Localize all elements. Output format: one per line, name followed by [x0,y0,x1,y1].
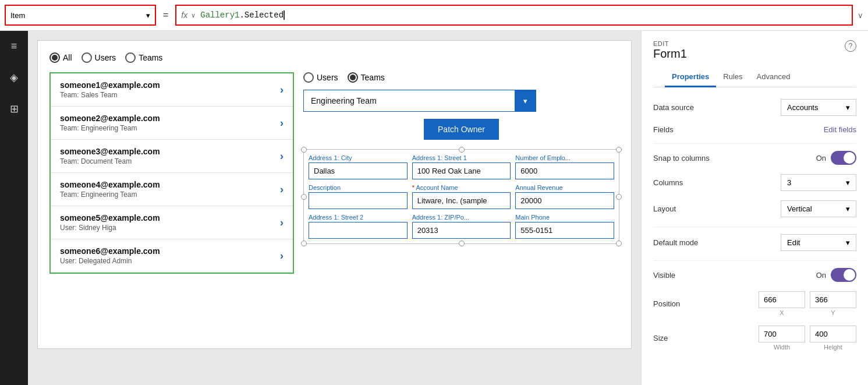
visible-on-label: On [816,271,826,280]
cursor [284,10,285,20]
default-mode-select[interactable]: Edit ▾ [781,234,856,251]
form-panel: Users Teams Engineering Team ▾ [303,72,619,274]
field-input-description[interactable] [309,192,408,209]
field-input-street1[interactable] [412,163,511,179]
gallery-item-sub-5: User: Sidney Higa [60,224,160,232]
formula-bar[interactable]: fx ∨ Gallery1.Selected [175,5,853,26]
tabs: Properties Rules Advanced [653,68,856,87]
data-source-chevron: ▾ [846,103,850,112]
canvas-white: All Users Teams someone1@example.c [37,40,632,349]
default-mode-value: Edit [787,238,800,247]
field-input-revenue[interactable] [515,192,614,209]
field-input-city[interactable] [309,163,408,179]
item-select[interactable]: Item ▾ [5,5,156,26]
fx-label: fx [181,10,187,20]
field-input-street2[interactable] [309,222,408,239]
gallery-item-sub-2: Team: Engineering Team [60,124,160,132]
inner-radio-users[interactable]: Users [303,72,338,83]
radio-users[interactable]: Users [82,52,116,63]
size-h-input[interactable] [810,326,856,342]
gallery-item[interactable]: someone4@example.com Team: Engineering T… [51,173,293,206]
prop-snap-to-columns: Snap to columns On [653,151,856,165]
resize-handle-tc[interactable] [459,147,465,153]
field-label-street1: Address 1: Street 1 [412,154,511,161]
pos-y-input[interactable] [810,291,856,308]
radio-teams[interactable]: Teams [125,52,162,63]
visible-toggle[interactable] [831,268,856,282]
pos-x-input[interactable] [759,291,805,308]
data-source-select[interactable]: Accounts ▾ [781,99,856,116]
field-main-phone: Main Phone [515,214,614,239]
snap-on-label: On [816,154,826,163]
field-address-zip: Address 1: ZIP/Po... [412,214,511,239]
size-w-input[interactable] [759,326,805,342]
gallery-item[interactable]: someone2@example.com Team: Engineering T… [51,107,293,140]
layout-select[interactable]: Vertical ▾ [781,200,856,217]
radio-all-label: All [63,53,72,62]
gallery-item-email-4: someone4@example.com [60,180,160,189]
edit-label: EDIT [653,40,687,47]
gallery-item-email-5: someone5@example.com [60,213,160,222]
team-dropdown-btn[interactable]: ▾ [515,90,536,111]
gallery-item[interactable]: someone3@example.com Team: Document Team… [51,140,293,173]
radio-all-circle [49,52,60,63]
gallery-chevron-4: › [280,183,284,196]
radio-all[interactable]: All [49,52,72,63]
two-panel: someone1@example.com Team: Sales Team › … [49,72,619,274]
prop-fields: Fields Edit fields [653,125,856,134]
pos-y-group: Y [810,291,856,316]
form-name: Form1 [653,47,687,61]
layers-icon[interactable]: ◈ [2,66,26,89]
prop-size: Size Width Height [653,326,856,351]
position-inputs: X Y [759,291,856,316]
columns-chevron: ▾ [846,178,850,187]
team-dropdown[interactable]: Engineering Team ▾ [303,90,536,112]
grid-icon[interactable]: ⊞ [2,98,26,120]
resize-handle-bl[interactable] [301,241,307,246]
field-input-phone[interactable] [515,222,614,239]
gallery-item-sub-1: Team: Sales Team [60,91,160,99]
field-label-street2: Address 1: Street 2 [309,214,408,221]
field-description: Description [309,184,408,209]
resize-handle-tl[interactable] [301,147,307,153]
resize-handle-mr[interactable] [616,194,622,200]
snap-toggle[interactable] [831,151,856,165]
sidebar-icons: ≡ ◈ ⊞ [0,31,28,385]
top-bar: Item ▾ = fx ∨ Gallery1.Selected ∨ [0,0,868,31]
prop-default-mode: Default mode Edit ▾ [653,234,856,251]
data-source-value: Accounts [787,103,818,112]
formula-gallery: Gallery1 [200,10,239,20]
gallery-item-sub-4: Team: Engineering Team [60,190,160,199]
tab-rules[interactable]: Rules [716,68,749,87]
edit-fields-link[interactable]: Edit fields [824,125,856,134]
size-w-group: Width [759,326,805,351]
snap-toggle-group: On [816,151,856,165]
resize-handle-br[interactable] [616,241,622,246]
hamburger-icon[interactable]: ≡ [2,36,26,57]
default-mode-label: Default mode [653,238,698,247]
size-label: Size [653,334,668,342]
patch-owner-button[interactable]: Patch Owner [424,119,499,140]
columns-select[interactable]: 3 ▾ [781,174,856,191]
tab-properties[interactable]: Properties [665,68,716,87]
radio-teams-circle [125,52,136,63]
gallery-item-email-1: someone1@example.com [60,80,160,90]
gallery-item[interactable]: someone1@example.com Team: Sales Team › [51,73,293,107]
tab-advanced[interactable]: Advanced [750,68,798,87]
snap-to-columns-label: Snap to columns [653,154,710,163]
resize-handle-bc[interactable] [459,241,465,246]
field-input-account-name[interactable] [412,192,511,209]
position-label: Position [653,299,680,308]
main-area: ≡ ◈ ⊞ All Users Teams [0,31,868,385]
fields-label: Fields [653,125,674,134]
gallery-chevron-3: › [280,150,284,163]
help-icon[interactable]: ? [845,40,856,52]
field-input-employees[interactable] [515,163,614,179]
field-input-zip[interactable] [412,222,511,239]
inner-radio-teams[interactable]: Teams [348,72,385,83]
resize-handle-tr[interactable] [616,147,622,153]
gallery-item[interactable]: someone5@example.com User: Sidney Higa › [51,206,293,239]
right-panel-header: EDIT Form1 ? Properties Rules Advanced [642,31,868,90]
resize-handle-ml[interactable] [301,194,307,200]
gallery-item[interactable]: someone6@example.com User: Delegated Adm… [51,239,293,273]
